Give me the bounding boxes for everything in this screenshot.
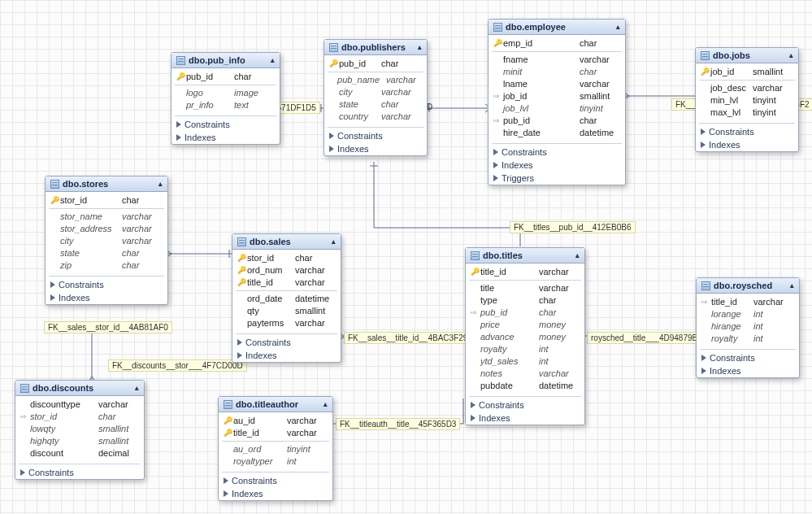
column-row[interactable]: max_lvltinyint <box>696 107 798 119</box>
column-row[interactable]: 🔑pub_idchar <box>324 58 427 70</box>
column-row[interactable]: pr_infotext <box>172 99 280 111</box>
column-row[interactable]: au_ordtinyint <box>219 443 332 455</box>
table-employee[interactable]: dbo.employee▴🔑emp_idcharfnamevarcharmini… <box>488 19 626 185</box>
column-row[interactable]: ⇨stor_idchar <box>15 411 144 423</box>
column-row[interactable]: royaltyint <box>466 343 584 355</box>
section-constraints[interactable]: Constraints <box>324 129 427 142</box>
table-publishers[interactable]: dbo.publishers▴🔑pub_idcharpub_namevarcha… <box>323 39 428 156</box>
table-header[interactable]: dbo.roysched▴ <box>697 278 799 294</box>
table-header[interactable]: dbo.stores▴ <box>46 176 167 192</box>
collapse-icon[interactable]: ▴ <box>332 237 336 246</box>
section-indexes[interactable]: Indexes <box>232 349 341 362</box>
table-discounts[interactable]: dbo.discounts▴discounttypevarchar⇨stor_i… <box>15 380 145 480</box>
table-roysched[interactable]: dbo.roysched▴⇨title_idvarcharlorangeinth… <box>696 277 800 378</box>
column-row[interactable]: ⇨job_idsmallint <box>489 90 625 102</box>
section-indexes[interactable]: Indexes <box>324 142 427 155</box>
column-row[interactable]: statechar <box>46 247 167 259</box>
collapse-icon[interactable]: ▴ <box>616 23 620 31</box>
column-row[interactable]: royaltyperint <box>219 455 332 468</box>
column-row[interactable]: discountdecimal <box>15 447 144 460</box>
column-row[interactable]: lorangeint <box>697 308 799 320</box>
column-row[interactable]: ytd_salesint <box>466 355 584 368</box>
column-row[interactable]: ⇨pub_idchar <box>466 307 584 319</box>
column-row[interactable]: zipchar <box>46 259 167 272</box>
section-constraints[interactable]: Constraints <box>466 399 584 412</box>
table-header[interactable]: dbo.titleauthor▴ <box>219 397 332 412</box>
table-header[interactable]: dbo.titles▴ <box>466 248 584 264</box>
column-row[interactable]: 🔑job_idsmallint <box>696 66 798 78</box>
column-row[interactable]: 🔑stor_idchar <box>46 194 167 207</box>
section-constraints[interactable]: Constraints <box>489 146 625 159</box>
table-titleauthor[interactable]: dbo.titleauthor▴🔑au_idvarchar🔑title_idva… <box>218 396 333 501</box>
column-row[interactable]: ord_datedatetime <box>232 293 341 305</box>
column-row[interactable]: notesvarchar <box>466 368 584 380</box>
table-pub-info[interactable]: dbo.pub_info▴🔑pub_idcharlogoimagepr_info… <box>171 52 280 145</box>
section-indexes[interactable]: Indexes <box>696 138 798 151</box>
section-constraints[interactable]: Constraints <box>172 118 280 131</box>
collapse-icon[interactable]: ▴ <box>135 384 139 392</box>
table-header[interactable]: dbo.sales▴ <box>232 234 341 250</box>
column-row[interactable]: 🔑emp_idchar <box>489 37 625 50</box>
section-constraints[interactable]: Constraints <box>696 125 798 138</box>
section-constraints[interactable]: Constraints <box>219 474 332 487</box>
collapse-icon[interactable]: ▴ <box>158 180 163 188</box>
section-triggers[interactable]: Triggers <box>489 172 625 185</box>
column-row[interactable]: 🔑title_idvarchar <box>466 266 584 278</box>
column-row[interactable]: logoimage <box>172 87 280 99</box>
section-constraints[interactable]: Constraints <box>697 351 799 364</box>
column-row[interactable]: cityvarchar <box>324 86 427 98</box>
column-row[interactable]: typechar <box>466 294 584 307</box>
table-sales[interactable]: dbo.sales▴🔑stor_idchar🔑ord_numvarchar🔑ti… <box>232 233 341 363</box>
column-row[interactable]: pub_namevarchar <box>324 74 427 86</box>
section-constraints[interactable]: Constraints <box>46 278 167 291</box>
column-row[interactable]: paytermsvarchar <box>232 317 341 329</box>
column-row[interactable]: pricemoney <box>466 319 584 331</box>
column-row[interactable]: stor_namevarchar <box>46 211 167 223</box>
column-row[interactable]: 🔑title_idvarchar <box>232 277 341 289</box>
er-diagram-canvas[interactable]: FK__pub_info__pub_id__571DF1D5 D FK__emp… <box>0 0 812 514</box>
collapse-icon[interactable]: ▴ <box>789 51 793 59</box>
table-header[interactable]: dbo.employee▴ <box>489 20 625 35</box>
column-row[interactable]: advancemoney <box>466 331 584 343</box>
column-row[interactable]: min_lvltinyint <box>696 94 798 107</box>
table-header[interactable]: dbo.jobs▴ <box>696 48 798 63</box>
section-indexes[interactable]: Indexes <box>172 131 280 144</box>
section-indexes[interactable]: Indexes <box>489 159 625 172</box>
section-indexes[interactable]: Indexes <box>219 487 332 500</box>
column-row[interactable]: job_lvltinyint <box>489 102 625 115</box>
column-row[interactable]: 🔑title_idvarchar <box>219 427 332 439</box>
collapse-icon[interactable]: ▴ <box>418 43 422 51</box>
column-row[interactable]: statechar <box>324 98 427 111</box>
table-stores[interactable]: dbo.stores▴🔑stor_idcharstor_namevarchars… <box>45 176 168 305</box>
column-row[interactable]: job_descvarchar <box>696 82 798 94</box>
section-indexes[interactable]: Indexes <box>697 364 799 377</box>
collapse-icon[interactable]: ▴ <box>271 56 275 64</box>
column-row[interactable]: 🔑stor_idchar <box>232 252 341 264</box>
column-row[interactable]: lowqtysmallint <box>15 423 144 435</box>
collapse-icon[interactable]: ▴ <box>575 251 580 259</box>
column-row[interactable]: ⇨pub_idchar <box>489 115 625 127</box>
column-row[interactable]: minitchar <box>489 66 625 78</box>
column-row[interactable]: titlevarchar <box>466 282 584 294</box>
column-row[interactable]: 🔑pub_idchar <box>172 71 280 83</box>
table-titles[interactable]: dbo.titles▴🔑title_idvarchartitlevarchart… <box>465 247 585 425</box>
section-indexes[interactable]: Indexes <box>466 412 584 425</box>
column-row[interactable]: royaltyint <box>697 333 799 345</box>
collapse-icon[interactable]: ▴ <box>323 400 328 408</box>
column-row[interactable]: highqtysmallint <box>15 435 144 447</box>
collapse-icon[interactable]: ▴ <box>790 281 794 290</box>
column-row[interactable]: lnamevarchar <box>489 78 625 90</box>
column-row[interactable]: qtysmallint <box>232 305 341 317</box>
column-row[interactable]: hire_datedatetime <box>489 127 625 139</box>
column-row[interactable]: 🔑au_idvarchar <box>219 415 332 427</box>
table-header[interactable]: dbo.pub_info▴ <box>172 53 280 68</box>
table-header[interactable]: dbo.publishers▴ <box>324 40 427 55</box>
column-row[interactable]: countryvarchar <box>324 111 427 123</box>
column-row[interactable]: discounttypevarchar <box>15 399 144 411</box>
column-row[interactable]: stor_addressvarchar <box>46 223 167 235</box>
column-row[interactable]: cityvarchar <box>46 235 167 247</box>
column-row[interactable]: hirangeint <box>697 320 799 333</box>
column-row[interactable]: pubdatedatetime <box>466 380 584 392</box>
table-header[interactable]: dbo.discounts▴ <box>15 381 144 396</box>
column-row[interactable]: fnamevarchar <box>489 54 625 66</box>
